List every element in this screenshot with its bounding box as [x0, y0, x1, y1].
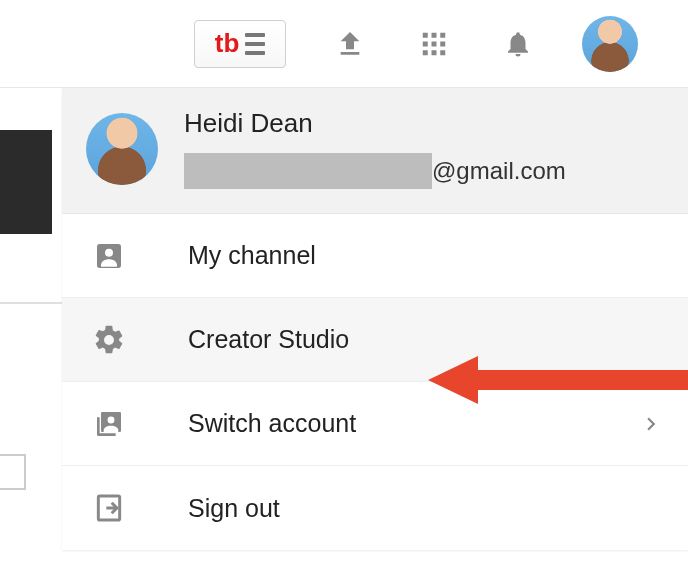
svg-point-10: [105, 248, 113, 256]
menu-label: My channel: [188, 241, 316, 270]
bell-icon: [503, 29, 533, 59]
svg-rect-0: [423, 32, 428, 37]
profile-header: Heidi Dean @gmail.com: [62, 88, 688, 214]
svg-rect-3: [423, 41, 428, 46]
account-avatar[interactable]: [582, 16, 638, 72]
switch-account-icon: [86, 408, 132, 440]
top-bar: tb: [0, 0, 688, 88]
menu-item-switch-account[interactable]: Switch account: [62, 382, 688, 466]
apps-grid-icon: [419, 29, 449, 59]
email-redacted: [184, 153, 432, 189]
svg-rect-6: [423, 50, 428, 55]
profile-name: Heidi Dean: [184, 108, 664, 139]
menu-item-my-channel[interactable]: My channel: [62, 214, 688, 298]
background-divider-fragment: [0, 302, 62, 304]
menu-label: Switch account: [188, 409, 356, 438]
person-icon: [86, 240, 132, 272]
sign-out-icon: [86, 492, 132, 524]
profile-email: @gmail.com: [184, 153, 664, 189]
account-dropdown: Heidi Dean @gmail.com My channel Creator…: [62, 88, 688, 550]
svg-point-12: [108, 416, 115, 423]
menu-item-sign-out[interactable]: Sign out: [62, 466, 688, 550]
svg-rect-7: [432, 50, 437, 55]
svg-rect-2: [440, 32, 445, 37]
svg-rect-4: [432, 41, 437, 46]
menu-label: Creator Studio: [188, 325, 349, 354]
background-box-fragment: [0, 454, 26, 490]
menu-item-creator-studio[interactable]: Creator Studio: [62, 298, 688, 382]
upload-icon: [334, 28, 366, 60]
svg-rect-1: [432, 32, 437, 37]
email-suffix: @gmail.com: [432, 157, 566, 185]
profile-avatar[interactable]: [86, 113, 158, 185]
tubebuddy-button[interactable]: tb: [194, 20, 286, 68]
menu-label: Sign out: [188, 494, 280, 523]
gear-icon: [86, 323, 132, 357]
chevron-right-icon: [638, 411, 664, 437]
hamburger-icon: [245, 33, 265, 55]
notifications-button[interactable]: [498, 24, 538, 64]
apps-button[interactable]: [414, 24, 454, 64]
tubebuddy-logo-icon: tb: [215, 28, 240, 59]
background-sidebar-fragment: [0, 130, 52, 234]
svg-rect-5: [440, 41, 445, 46]
avatar-image: [86, 113, 158, 185]
avatar-image: [582, 16, 638, 72]
upload-button[interactable]: [330, 24, 370, 64]
svg-rect-8: [440, 50, 445, 55]
